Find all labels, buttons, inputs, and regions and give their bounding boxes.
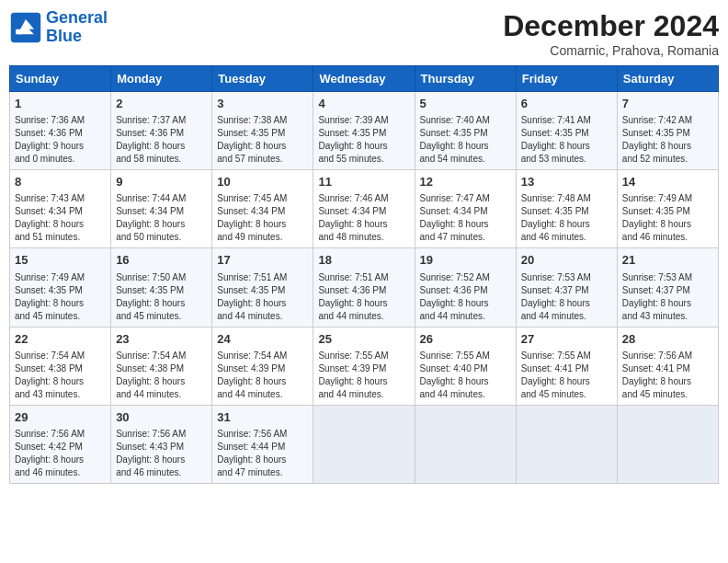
day-number: 22: [15, 331, 106, 348]
day-number: 8: [15, 174, 106, 190]
calendar-cell: [415, 405, 516, 483]
day-info: Sunrise: 7:55 AM Sunset: 4:40 PM Dayligh…: [420, 350, 511, 401]
day-info: Sunrise: 7:56 AM Sunset: 4:44 PM Dayligh…: [217, 428, 308, 479]
day-number: 23: [116, 331, 207, 348]
day-number: 16: [116, 252, 207, 269]
day-info: Sunrise: 7:38 AM Sunset: 4:35 PM Dayligh…: [217, 114, 308, 166]
calendar-cell: 16Sunrise: 7:50 AM Sunset: 4:35 PM Dayli…: [111, 248, 212, 327]
day-info: Sunrise: 7:43 AM Sunset: 4:34 PM Dayligh…: [15, 192, 106, 244]
day-number: 28: [622, 331, 713, 348]
calendar-cell: 28Sunrise: 7:56 AM Sunset: 4:41 PM Dayli…: [617, 327, 718, 405]
day-info: Sunrise: 7:36 AM Sunset: 4:36 PM Dayligh…: [15, 114, 106, 166]
day-info: Sunrise: 7:50 AM Sunset: 4:35 PM Dayligh…: [116, 271, 207, 323]
calendar-cell: 15Sunrise: 7:49 AM Sunset: 4:35 PM Dayli…: [10, 248, 111, 327]
week-row-5: 29Sunrise: 7:56 AM Sunset: 4:42 PM Dayli…: [10, 405, 719, 483]
day-number: 6: [521, 96, 612, 112]
calendar-cell: 30Sunrise: 7:56 AM Sunset: 4:43 PM Dayli…: [111, 405, 212, 483]
logo-line2: Blue: [46, 27, 82, 45]
day-info: Sunrise: 7:41 AM Sunset: 4:35 PM Dayligh…: [521, 114, 612, 166]
day-info: Sunrise: 7:49 AM Sunset: 4:35 PM Dayligh…: [15, 271, 106, 323]
day-info: Sunrise: 7:55 AM Sunset: 4:39 PM Dayligh…: [318, 350, 409, 401]
calendar-cell: 29Sunrise: 7:56 AM Sunset: 4:42 PM Dayli…: [10, 405, 111, 483]
day-number: 4: [318, 96, 409, 112]
day-number: 26: [420, 331, 511, 348]
day-number: 1: [15, 96, 106, 112]
column-header-sunday: Sunday: [10, 66, 111, 92]
day-number: 21: [622, 252, 713, 269]
calendar-cell: 19Sunrise: 7:52 AM Sunset: 4:36 PM Dayli…: [415, 248, 516, 327]
calendar-cell: 5Sunrise: 7:40 AM Sunset: 4:35 PM Daylig…: [415, 92, 516, 170]
calendar-table: SundayMondayTuesdayWednesdayThursdayFrid…: [9, 65, 719, 484]
logo-text: General Blue: [46, 9, 108, 46]
day-info: Sunrise: 7:56 AM Sunset: 4:43 PM Dayligh…: [116, 428, 207, 479]
day-info: Sunrise: 7:52 AM Sunset: 4:36 PM Dayligh…: [420, 271, 511, 323]
day-info: Sunrise: 7:56 AM Sunset: 4:42 PM Dayligh…: [15, 428, 106, 479]
calendar-cell: 11Sunrise: 7:46 AM Sunset: 4:34 PM Dayli…: [313, 170, 415, 248]
day-info: Sunrise: 7:51 AM Sunset: 4:36 PM Dayligh…: [318, 271, 409, 323]
calendar-cell: 25Sunrise: 7:55 AM Sunset: 4:39 PM Dayli…: [313, 327, 415, 405]
calendar-cell: 26Sunrise: 7:55 AM Sunset: 4:40 PM Dayli…: [415, 327, 516, 405]
day-number: 27: [521, 331, 612, 348]
day-number: 13: [521, 174, 612, 190]
day-number: 2: [116, 96, 207, 112]
calendar-cell: 2Sunrise: 7:37 AM Sunset: 4:36 PM Daylig…: [111, 92, 212, 170]
week-row-2: 8Sunrise: 7:43 AM Sunset: 4:34 PM Daylig…: [10, 170, 719, 248]
day-info: Sunrise: 7:54 AM Sunset: 4:38 PM Dayligh…: [116, 350, 207, 401]
day-info: Sunrise: 7:51 AM Sunset: 4:35 PM Dayligh…: [217, 271, 308, 323]
calendar-cell: 4Sunrise: 7:39 AM Sunset: 4:35 PM Daylig…: [313, 92, 415, 170]
calendar-cell: 18Sunrise: 7:51 AM Sunset: 4:36 PM Dayli…: [313, 248, 415, 327]
page-header: General Blue December 2024 Comarnic, Pra…: [9, 9, 719, 58]
logo-icon: [9, 11, 42, 44]
title-block: December 2024 Comarnic, Prahova, Romania: [503, 9, 719, 58]
day-info: Sunrise: 7:39 AM Sunset: 4:35 PM Dayligh…: [318, 114, 409, 166]
day-info: Sunrise: 7:53 AM Sunset: 4:37 PM Dayligh…: [622, 271, 713, 323]
calendar-cell: 9Sunrise: 7:44 AM Sunset: 4:34 PM Daylig…: [111, 170, 212, 248]
day-number: 18: [318, 252, 409, 269]
month-title: December 2024: [503, 9, 719, 43]
calendar-cell: 10Sunrise: 7:45 AM Sunset: 4:34 PM Dayli…: [212, 170, 313, 248]
column-header-thursday: Thursday: [415, 66, 516, 92]
day-number: 24: [217, 331, 308, 348]
week-row-4: 22Sunrise: 7:54 AM Sunset: 4:38 PM Dayli…: [10, 327, 719, 405]
day-number: 15: [15, 252, 106, 269]
day-number: 3: [217, 96, 308, 112]
svg-rect-2: [16, 29, 22, 34]
week-row-1: 1Sunrise: 7:36 AM Sunset: 4:36 PM Daylig…: [10, 92, 719, 170]
day-number: 14: [622, 174, 713, 190]
column-header-saturday: Saturday: [617, 66, 718, 92]
calendar-cell: 22Sunrise: 7:54 AM Sunset: 4:38 PM Dayli…: [10, 327, 111, 405]
calendar-cell: 7Sunrise: 7:42 AM Sunset: 4:35 PM Daylig…: [617, 92, 718, 170]
logo-line1: General: [46, 8, 108, 27]
day-info: Sunrise: 7:47 AM Sunset: 4:34 PM Dayligh…: [420, 192, 511, 244]
day-number: 30: [116, 409, 207, 426]
day-number: 31: [217, 409, 308, 426]
day-number: 9: [116, 174, 207, 190]
day-info: Sunrise: 7:54 AM Sunset: 4:39 PM Dayligh…: [217, 350, 308, 401]
calendar-cell: 31Sunrise: 7:56 AM Sunset: 4:44 PM Dayli…: [212, 405, 313, 483]
calendar-body: 1Sunrise: 7:36 AM Sunset: 4:36 PM Daylig…: [10, 92, 719, 484]
week-row-3: 15Sunrise: 7:49 AM Sunset: 4:35 PM Dayli…: [10, 248, 719, 327]
calendar-cell: [516, 405, 617, 483]
column-header-tuesday: Tuesday: [212, 66, 313, 92]
calendar-cell: [313, 405, 415, 483]
calendar-cell: 24Sunrise: 7:54 AM Sunset: 4:39 PM Dayli…: [212, 327, 313, 405]
day-info: Sunrise: 7:48 AM Sunset: 4:35 PM Dayligh…: [521, 192, 612, 244]
calendar-cell: 17Sunrise: 7:51 AM Sunset: 4:35 PM Dayli…: [212, 248, 313, 327]
day-number: 7: [622, 96, 713, 112]
day-info: Sunrise: 7:40 AM Sunset: 4:35 PM Dayligh…: [420, 114, 511, 166]
calendar-cell: 8Sunrise: 7:43 AM Sunset: 4:34 PM Daylig…: [10, 170, 111, 248]
day-number: 17: [217, 252, 308, 269]
day-info: Sunrise: 7:46 AM Sunset: 4:34 PM Dayligh…: [318, 192, 409, 244]
day-info: Sunrise: 7:37 AM Sunset: 4:36 PM Dayligh…: [116, 114, 207, 166]
day-info: Sunrise: 7:55 AM Sunset: 4:41 PM Dayligh…: [521, 350, 612, 401]
calendar-cell: 13Sunrise: 7:48 AM Sunset: 4:35 PM Dayli…: [516, 170, 617, 248]
calendar-header-row: SundayMondayTuesdayWednesdayThursdayFrid…: [10, 66, 719, 92]
calendar-cell: 23Sunrise: 7:54 AM Sunset: 4:38 PM Dayli…: [111, 327, 212, 405]
day-info: Sunrise: 7:54 AM Sunset: 4:38 PM Dayligh…: [15, 350, 106, 401]
calendar-cell: 3Sunrise: 7:38 AM Sunset: 4:35 PM Daylig…: [212, 92, 313, 170]
day-number: 20: [521, 252, 612, 269]
calendar-cell: 6Sunrise: 7:41 AM Sunset: 4:35 PM Daylig…: [516, 92, 617, 170]
day-number: 12: [420, 174, 511, 190]
day-info: Sunrise: 7:45 AM Sunset: 4:34 PM Dayligh…: [217, 192, 308, 244]
calendar-cell: 27Sunrise: 7:55 AM Sunset: 4:41 PM Dayli…: [516, 327, 617, 405]
